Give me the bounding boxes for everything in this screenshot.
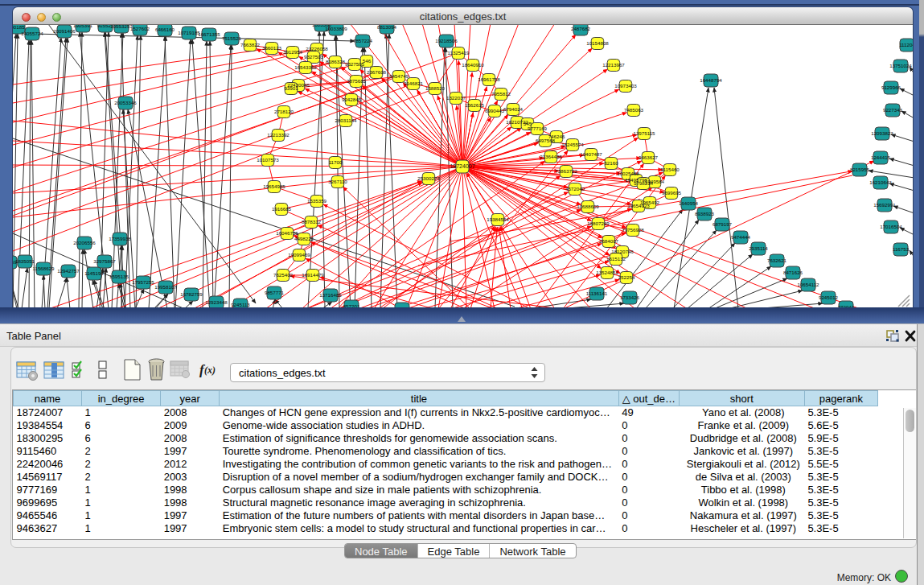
svg-text:11136141: 11136141 xyxy=(586,290,608,296)
svg-text:17957255: 17957255 xyxy=(132,279,154,285)
svg-text:18120746: 18120746 xyxy=(611,249,634,254)
svg-text:25300273: 25300273 xyxy=(417,175,440,181)
svg-text:3660123: 3660123 xyxy=(262,45,282,51)
svg-text:5798234: 5798234 xyxy=(634,180,654,186)
svg-text:6990443: 6990443 xyxy=(485,108,505,113)
svg-text:11568629: 11568629 xyxy=(32,266,55,271)
svg-text:18807249: 18807249 xyxy=(587,220,610,226)
svg-text:90185: 90185 xyxy=(13,25,25,30)
svg-text:21364436: 21364436 xyxy=(540,154,562,159)
svg-text:10025488: 10025488 xyxy=(617,171,639,176)
svg-text:8471626: 8471626 xyxy=(783,270,803,275)
svg-text:9777169: 9777169 xyxy=(528,126,548,131)
svg-text:10719185: 10719185 xyxy=(178,30,200,35)
svg-text:9146821: 9146821 xyxy=(404,80,424,86)
svg-text:79756928: 79756928 xyxy=(622,227,644,233)
svg-text:9227343: 9227343 xyxy=(883,107,903,113)
svg-text:62160: 62160 xyxy=(604,160,618,166)
svg-text:23226058: 23226058 xyxy=(306,46,328,51)
svg-text:18640910: 18640910 xyxy=(462,62,484,68)
svg-text:116753: 116753 xyxy=(893,246,910,252)
svg-text:9129966: 9129966 xyxy=(881,84,901,90)
svg-text:11325419: 11325419 xyxy=(447,50,470,56)
svg-text:1322037: 1322037 xyxy=(446,95,466,101)
svg-text:16543362: 16543362 xyxy=(294,64,317,70)
svg-text:6794024: 6794024 xyxy=(503,106,524,112)
svg-text:13716485: 13716485 xyxy=(319,292,342,298)
svg-text:6497568: 6497568 xyxy=(536,138,556,143)
svg-text:17359938: 17359938 xyxy=(109,236,131,241)
svg-text:1588520: 1588520 xyxy=(425,85,446,91)
svg-text:73863722: 73863722 xyxy=(555,168,577,174)
svg-text:16046736: 16046736 xyxy=(276,230,298,236)
svg-text:10107573: 10107573 xyxy=(257,157,279,163)
svg-text:13975115: 13975115 xyxy=(633,130,655,136)
svg-text:9245113: 9245113 xyxy=(231,302,250,307)
svg-text:2367608: 2367608 xyxy=(367,69,387,75)
svg-text:1562615: 1562615 xyxy=(465,102,485,108)
svg-text:9242845: 9242845 xyxy=(342,97,362,102)
svg-text:8186328: 8186328 xyxy=(326,59,346,64)
svg-text:7485063: 7485063 xyxy=(624,107,644,113)
svg-text:1965492: 1965492 xyxy=(640,200,660,205)
svg-text:10654112: 10654112 xyxy=(797,282,819,287)
svg-text:16448794: 16448794 xyxy=(700,77,722,83)
svg-text:1905391: 1905391 xyxy=(73,25,93,28)
svg-text:1615132: 1615132 xyxy=(606,256,626,262)
svg-text:19218506: 19218506 xyxy=(435,38,458,43)
svg-text:2718120: 2718120 xyxy=(274,109,294,114)
svg-text:7663822: 7663822 xyxy=(240,42,261,47)
svg-text:7955812: 7955812 xyxy=(491,91,511,97)
svg-text:13751024: 13751024 xyxy=(889,63,912,68)
svg-text:10033809: 10033809 xyxy=(325,26,347,31)
svg-text:4572040: 4572040 xyxy=(565,186,585,192)
svg-text:8938923: 8938923 xyxy=(695,211,715,216)
svg-text:12213967: 12213967 xyxy=(602,62,625,68)
svg-text:12923448: 12923448 xyxy=(205,299,228,305)
svg-text:3267110: 3267110 xyxy=(328,179,347,184)
svg-text:8813094: 8813094 xyxy=(377,25,397,30)
svg-text:9699695: 9699695 xyxy=(662,190,682,196)
svg-text:8215955: 8215955 xyxy=(850,167,870,172)
svg-text:7515521: 7515521 xyxy=(222,35,242,41)
svg-text:17016504: 17016504 xyxy=(880,224,902,229)
svg-text:20053346: 20053346 xyxy=(114,100,137,105)
svg-text:1733426: 1733426 xyxy=(620,295,640,300)
svg-text:19384554: 19384554 xyxy=(487,216,509,222)
svg-text:252254: 252254 xyxy=(618,274,635,280)
svg-text:(x): (x) xyxy=(204,365,216,376)
svg-text:3912954: 3912954 xyxy=(283,49,303,55)
svg-text:12942757: 12942757 xyxy=(57,268,80,274)
svg-text:9857771: 9857771 xyxy=(265,290,285,295)
svg-text:11700: 11700 xyxy=(329,159,343,165)
svg-text:2487682: 2487682 xyxy=(571,26,591,31)
svg-text:12213392: 12213392 xyxy=(267,132,290,138)
svg-text:4498222: 4498222 xyxy=(294,236,314,241)
svg-text:6879197: 6879197 xyxy=(713,221,733,227)
svg-text:6466160: 6466160 xyxy=(155,27,175,32)
svg-text:3875685: 3875685 xyxy=(347,78,367,84)
svg-text:1835051: 1835051 xyxy=(15,258,35,264)
svg-text:19654985: 19654985 xyxy=(263,183,285,189)
svg-text:16210643: 16210643 xyxy=(869,179,892,185)
svg-text:16914479: 16914479 xyxy=(302,272,324,278)
svg-text:546: 546 xyxy=(363,58,372,64)
svg-text:10154808: 10154808 xyxy=(586,40,609,46)
svg-text:16782759: 16782759 xyxy=(180,291,203,297)
svg-text:14055724: 14055724 xyxy=(21,31,43,36)
svg-text:20206556: 20206556 xyxy=(73,240,96,245)
svg-text:7632621: 7632621 xyxy=(767,257,787,263)
svg-text:28031144: 28031144 xyxy=(335,117,357,123)
svg-text:10973403: 10973403 xyxy=(614,83,637,89)
svg-text:13524851: 13524851 xyxy=(596,270,618,275)
svg-text:18724007: 18724007 xyxy=(450,163,474,169)
svg-text:16245574: 16245574 xyxy=(561,142,584,147)
svg-text:8454749: 8454749 xyxy=(389,73,409,79)
svg-text:93901: 93901 xyxy=(284,85,298,91)
svg-text:32975867: 32975867 xyxy=(93,258,116,264)
svg-text:9474444: 9474444 xyxy=(731,234,751,240)
svg-text:10688609: 10688609 xyxy=(577,204,599,209)
svg-text:15692991: 15692991 xyxy=(873,202,896,208)
svg-text:1145194: 1145194 xyxy=(84,270,104,276)
svg-text:1244415: 1244415 xyxy=(871,154,891,160)
